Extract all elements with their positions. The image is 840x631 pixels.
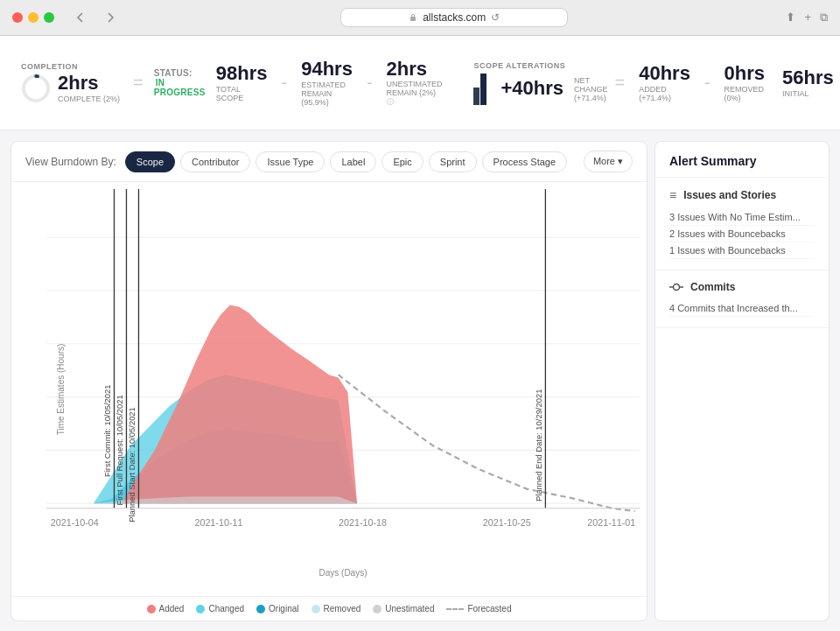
x-axis-label: Days (Days) xyxy=(46,568,640,578)
legend-forecasted: Forecasted xyxy=(446,604,511,613)
alert-item-2[interactable]: 2 Issues with Bouncebacks xyxy=(669,226,815,242)
close-button[interactable] xyxy=(12,12,23,23)
tab-scope[interactable]: Scope xyxy=(125,151,175,172)
legend-original: Original xyxy=(256,604,298,613)
divider-4: = xyxy=(614,73,625,93)
tab-process-stage[interactable]: Process Stage xyxy=(482,151,568,172)
original-dot xyxy=(256,605,265,613)
tab-contributor[interactable]: Contributor xyxy=(180,151,250,172)
status-value: IN PROGRESS xyxy=(154,78,206,97)
url-bar-wrap: allstacks.com ↺ xyxy=(130,8,779,27)
alert-header: Alert Summary xyxy=(655,142,829,178)
browser-controls xyxy=(68,8,122,27)
browser-titlebar: allstacks.com ↺ ⬆ + ⧉ xyxy=(0,0,840,35)
removed-dot xyxy=(312,605,320,613)
alert-item-3[interactable]: 1 Issues with Bouncebacks xyxy=(669,242,815,259)
share-icon[interactable]: ⬆ xyxy=(786,11,795,25)
svg-rect-0 xyxy=(410,17,416,21)
svg-text:2021-11-01: 2021-11-01 xyxy=(587,516,635,527)
toolbar-label: View Burndown By: xyxy=(25,156,116,168)
add-tab-icon[interactable]: + xyxy=(804,11,811,25)
unest-remain-value: 2hrs xyxy=(387,59,443,80)
changed-dot xyxy=(196,605,205,613)
chart-area: Time Estimates (Hours) 0 20 xyxy=(11,182,647,596)
commits-icon xyxy=(669,282,683,292)
removed-group: 0hrs REMOVED (0%) xyxy=(724,63,765,102)
initial-group: 56hrs INITIAL xyxy=(782,67,834,97)
svg-text:2021-10-18: 2021-10-18 xyxy=(339,516,387,527)
issues-section-title: Issues and Stories xyxy=(683,189,776,201)
svg-point-1 xyxy=(24,76,48,101)
main-content: View Burndown By: Scope Contributor Issu… xyxy=(0,130,840,631)
commits-alert-item-1[interactable]: 4 Commits that Increased th... xyxy=(669,300,815,317)
svg-text:2021-10-04: 2021-10-04 xyxy=(51,516,99,527)
tab-issue-type[interactable]: Issue Type xyxy=(256,151,325,172)
issues-icon: ≡ xyxy=(669,188,676,202)
lock-icon xyxy=(409,13,417,22)
more-button[interactable]: More ▾ xyxy=(584,151,633,172)
windows-icon[interactable]: ⧉ xyxy=(820,11,828,25)
commits-section: Commits 4 Commits that Increased th... xyxy=(655,270,829,328)
browser-chrome: allstacks.com ↺ ⬆ + ⧉ xyxy=(0,0,840,36)
y-axis-label: Time Estimates (Hours) xyxy=(56,343,66,435)
legend-added-label: Added xyxy=(159,604,185,613)
svg-text:First Pull Request: 10/05/2021: First Pull Request: 10/05/2021 xyxy=(116,395,124,505)
unest-remain-label: UNESTIMATED REMAIN (2%) xyxy=(387,80,443,97)
added-label: ADDED (+71.4%) xyxy=(639,85,690,102)
legend-added: Added xyxy=(147,604,185,613)
est-remain-group: 94hrs ESTIMATED REMAIN (95.9%) xyxy=(301,59,353,106)
initial-value: 56hrs xyxy=(782,67,834,88)
removed-value: 0hrs xyxy=(724,63,765,84)
burndown-toolbar: View Burndown By: Scope Contributor Issu… xyxy=(11,142,647,182)
legend-unestimated: Unestimated xyxy=(373,604,434,613)
legend-forecasted-label: Forecasted xyxy=(467,604,511,613)
legend-original-label: Original xyxy=(269,604,298,613)
fullscreen-button[interactable] xyxy=(44,12,54,23)
legend-changed-label: Changed xyxy=(208,604,244,613)
app-container: COMPLETION 2hrs COMPLETE (2%) = ST xyxy=(0,36,840,631)
added-value: 40hrs xyxy=(639,63,690,84)
divider-2: - xyxy=(282,73,288,93)
traffic-lights xyxy=(12,12,54,23)
issues-section-header: ≡ Issues and Stories xyxy=(669,188,815,202)
unestimated-dot xyxy=(373,605,382,613)
issues-stories-section: ≡ Issues and Stories 3 Issues With No Ti… xyxy=(655,178,829,270)
completion-section: COMPLETION 2hrs COMPLETE (2%) xyxy=(21,62,126,102)
chart-panel: View Burndown By: Scope Contributor Issu… xyxy=(10,141,648,621)
minimize-button[interactable] xyxy=(28,12,38,23)
forecasted-dash xyxy=(446,608,464,610)
legend-changed: Changed xyxy=(196,604,244,613)
tab-epic[interactable]: Epic xyxy=(382,151,423,172)
total-scope-label: TOTAL SCOPE xyxy=(216,85,268,102)
svg-text:First Commit: 10/05/2021: First Commit: 10/05/2021 xyxy=(103,385,112,477)
total-scope-value: 98hrs xyxy=(216,63,268,84)
legend-removed: Removed xyxy=(312,604,361,613)
completion-label: COMPLETION xyxy=(21,62,120,71)
completion-value: 2hrs xyxy=(58,73,120,94)
commits-section-header: Commits xyxy=(669,281,815,293)
refresh-icon[interactable]: ↺ xyxy=(491,11,500,24)
url-bar[interactable]: allstacks.com ↺ xyxy=(340,8,568,27)
commits-section-title: Commits xyxy=(690,281,735,293)
back-button[interactable] xyxy=(68,8,93,27)
initial-label: INITIAL xyxy=(782,89,834,98)
completion-sublabel: COMPLETE (2%) xyxy=(58,95,120,103)
added-group: 40hrs ADDED (+71.4%) xyxy=(639,63,690,102)
unest-remain-group: 2hrs UNESTIMATED REMAIN (2%) ⓘ xyxy=(387,59,443,107)
url-text: allstacks.com xyxy=(423,11,486,24)
removed-label: REMOVED (0%) xyxy=(724,85,765,102)
commits-svg-icon xyxy=(669,282,683,292)
svg-point-31 xyxy=(674,284,680,291)
tab-sprint[interactable]: Sprint xyxy=(429,151,477,172)
svg-text:2021-10-25: 2021-10-25 xyxy=(483,516,531,527)
net-change-value: +40hrs xyxy=(500,78,564,99)
alert-item-1[interactable]: 3 Issues With No Time Estim... xyxy=(669,209,815,226)
legend-removed-label: Removed xyxy=(324,604,361,613)
svg-text:Planned End Date: 10/29/2021: Planned End Date: 10/29/2021 xyxy=(535,389,543,501)
status-label: STATUS: xyxy=(154,68,192,78)
status-section: STATUS: IN PROGRESS xyxy=(154,68,206,97)
tab-label[interactable]: Label xyxy=(330,151,376,172)
est-remain-label: ESTIMATED REMAIN (95.9%) xyxy=(301,81,353,107)
forward-button[interactable] xyxy=(98,8,122,27)
legend-unestimated-label: Unestimated xyxy=(385,604,434,613)
